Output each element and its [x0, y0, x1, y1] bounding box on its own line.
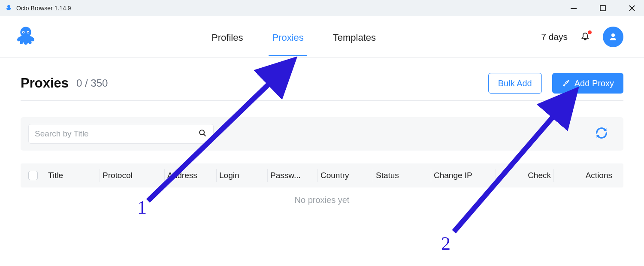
- svg-rect-1: [600, 6, 605, 11]
- col-password: Passw...: [268, 171, 317, 180]
- empty-state: No proxies yet: [21, 187, 623, 213]
- svg-point-4: [23, 31, 24, 33]
- svg-line-7: [204, 134, 206, 136]
- col-title: Title: [45, 171, 100, 180]
- window-titlebar: Octo Browser 1.14.9: [0, 0, 644, 16]
- page-header: Proxies 0 / 350 Bulk Add Add Proxy: [21, 73, 623, 101]
- minimize-button[interactable]: [565, 0, 582, 16]
- rocket-icon: [562, 79, 570, 88]
- svg-rect-0: [571, 8, 577, 9]
- col-address: Address: [165, 171, 216, 180]
- col-actions: Actions: [554, 171, 616, 180]
- col-login: Login: [217, 171, 267, 180]
- annotation-2: 2: [441, 233, 450, 254]
- add-proxy-label: Add Proxy: [574, 79, 614, 88]
- col-status: Status: [373, 171, 431, 180]
- svg-point-6: [200, 130, 204, 135]
- search-icon[interactable]: [198, 128, 207, 139]
- table-header: Title Protocol Address Login Passw... Co…: [21, 163, 623, 187]
- col-change-ip: Change IP: [431, 171, 496, 180]
- bulk-add-label: Bulk Add: [498, 79, 532, 88]
- nav-proxies[interactable]: Proxies: [269, 18, 306, 56]
- nav-templates[interactable]: Templates: [330, 18, 378, 56]
- search-box: [28, 124, 214, 144]
- notification-dot-icon: [588, 30, 592, 34]
- svg-point-5: [27, 31, 29, 33]
- page-title: Proxies: [21, 76, 69, 91]
- search-row: [21, 117, 623, 151]
- col-check: Check: [496, 171, 553, 180]
- user-avatar[interactable]: [603, 27, 623, 47]
- header: Profiles Proxies Templates 7 days: [0, 16, 644, 57]
- logo: [10, 24, 46, 50]
- proxy-count: 0 / 350: [76, 77, 108, 89]
- maximize-button[interactable]: [594, 0, 611, 16]
- search-input[interactable]: [35, 129, 194, 139]
- page-content: Proxies 0 / 350 Bulk Add Add Proxy: [0, 57, 644, 213]
- close-button[interactable]: [623, 0, 641, 16]
- select-all-checkbox[interactable]: [28, 171, 45, 180]
- main-nav: Profiles Proxies Templates: [46, 18, 541, 56]
- notifications-button[interactable]: [580, 31, 591, 42]
- bulk-add-button[interactable]: Bulk Add: [488, 73, 542, 94]
- refresh-button[interactable]: [594, 126, 616, 142]
- trial-days: 7 days: [541, 32, 568, 42]
- col-country: Country: [318, 171, 373, 180]
- add-proxy-button[interactable]: Add Proxy: [552, 73, 623, 94]
- window-title: Octo Browser 1.14.9: [16, 5, 71, 12]
- app-icon: [4, 4, 13, 12]
- proxy-table: Title Protocol Address Login Passw... Co…: [21, 163, 623, 213]
- nav-profiles[interactable]: Profiles: [209, 18, 245, 56]
- col-protocol: Protocol: [100, 171, 164, 180]
